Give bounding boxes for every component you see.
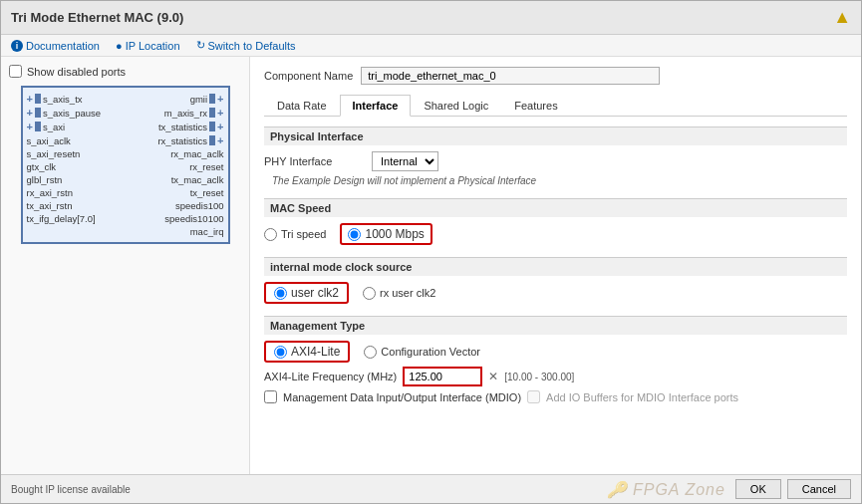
license-text: Bought IP license available bbox=[11, 484, 131, 495]
port-name: tx_ifg_delay[7.0] bbox=[27, 213, 96, 224]
io-buffer-label: Add IO Buffers for MDIO Interface ports bbox=[546, 391, 738, 403]
port-name-right: rx_statistics bbox=[157, 135, 207, 146]
info-icon: i bbox=[11, 40, 23, 52]
port-name-right: speedis100 bbox=[175, 200, 224, 211]
clock-source-title: internal mode clock source bbox=[264, 257, 847, 276]
bus-icon bbox=[209, 135, 215, 145]
port-diagram: + s_axis_tx gmii + + bbox=[21, 86, 230, 244]
port-name: s_axi_aclk bbox=[27, 135, 71, 146]
rx-user-clk2-label: rx user clk2 bbox=[380, 287, 435, 299]
right-panel: Component Name Data Rate Interface Share… bbox=[250, 57, 861, 474]
window-title: Tri Mode Ethernet MAC (9.0) bbox=[11, 10, 183, 25]
physical-interface-title: Physical Interface bbox=[264, 126, 847, 145]
axi4lite-radio[interactable] bbox=[274, 346, 287, 359]
plus-icon: + bbox=[217, 134, 223, 146]
port-name-right: tx_mac_aclk bbox=[171, 174, 224, 185]
ip-location-button[interactable]: ● IP Location bbox=[116, 40, 180, 52]
ok-button[interactable]: OK bbox=[735, 479, 781, 499]
ip-location-label: IP Location bbox=[126, 40, 180, 52]
mac-speed-title: MAC Speed bbox=[264, 198, 847, 217]
port-row: glbl_rstn tx_mac_aclk bbox=[23, 173, 228, 186]
left-panel: Show disabled ports + s_axis_tx gmii + bbox=[1, 57, 250, 474]
port-row: + s_axis_tx gmii + bbox=[23, 92, 228, 106]
port-box: + s_axis_tx gmii + + bbox=[21, 86, 230, 244]
port-name-right: tx_reset bbox=[190, 187, 224, 198]
port-row: mac_irq bbox=[23, 225, 228, 238]
phy-note: The Example Design will not implement a … bbox=[272, 175, 847, 186]
component-name-row: Component Name bbox=[264, 67, 847, 85]
port-row: gtx_clk rx_reset bbox=[23, 160, 228, 173]
vivado-icon: ▲ bbox=[833, 7, 851, 28]
freq-clear-icon[interactable]: ✕ bbox=[488, 370, 498, 383]
physical-interface-section: Physical Interface PHY Interface Interna… bbox=[264, 126, 847, 186]
port-name: gtx_clk bbox=[27, 161, 57, 172]
tab-data-rate[interactable]: Data Rate bbox=[264, 95, 340, 116]
clock-source-section: internal mode clock source user clk2 rx … bbox=[264, 257, 847, 304]
bus-icon bbox=[35, 122, 41, 131]
plus-icon: + bbox=[27, 121, 33, 132]
io-buffer-checkbox[interactable] bbox=[527, 390, 540, 403]
port-name-right: mac_irq bbox=[190, 226, 224, 237]
refresh-icon: ↻ bbox=[196, 39, 205, 52]
port-name-right: m_axis_rx bbox=[164, 108, 207, 119]
switch-defaults-button[interactable]: ↻ Switch to Defaults bbox=[196, 39, 296, 52]
freq-label: AXI4-Lite Frequency (MHz) bbox=[264, 371, 397, 382]
plus-icon: + bbox=[27, 93, 33, 105]
port-row: + s_axi tx_statistics + bbox=[23, 120, 228, 133]
config-vector-radio[interactable] bbox=[364, 346, 377, 359]
port-row: + s_axis_pause m_axis_rx + bbox=[23, 106, 228, 120]
tab-shared-logic[interactable]: Shared Logic bbox=[411, 95, 501, 116]
port-name-right: rx_mac_aclk bbox=[170, 148, 223, 159]
toolbar: i Documentation ● IP Location ↻ Switch t… bbox=[1, 35, 861, 57]
port-row: rx_axi_rstn tx_reset bbox=[23, 186, 228, 199]
title-bar: Tri Mode Ethernet MAC (9.0) ▲ bbox=[1, 1, 861, 35]
mac-speed-section: MAC Speed Tri speed 1000 Mbps bbox=[264, 198, 847, 245]
port-row: s_axi_aclk rx_statistics + bbox=[23, 133, 228, 147]
component-name-input[interactable] bbox=[361, 67, 660, 85]
port-name: s_axis_tx bbox=[43, 94, 83, 105]
component-name-label: Component Name bbox=[264, 70, 353, 82]
port-name: tx_axi_rstn bbox=[27, 200, 73, 211]
button-group: OK Cancel bbox=[735, 479, 851, 499]
port-name: rx_axi_rstn bbox=[27, 187, 73, 198]
tab-features[interactable]: Features bbox=[501, 95, 570, 116]
port-name: glbl_rstn bbox=[27, 174, 63, 185]
show-disabled-checkbox[interactable] bbox=[9, 65, 22, 78]
management-type-title: Management Type bbox=[264, 316, 847, 335]
bus-icon bbox=[209, 108, 215, 118]
axi4lite-highlight: AXI4-Lite bbox=[264, 341, 350, 363]
1000mbps-label: 1000 Mbps bbox=[365, 227, 424, 241]
mac-speed-radio-group: Tri speed 1000 Mbps bbox=[264, 223, 847, 245]
management-type-section: Management Type AXI4-Lite Configuration … bbox=[264, 316, 847, 403]
documentation-button[interactable]: i Documentation bbox=[11, 40, 100, 52]
plus-icon: + bbox=[217, 93, 223, 105]
tri-speed-radio[interactable] bbox=[264, 228, 277, 241]
cancel-button[interactable]: Cancel bbox=[787, 479, 851, 499]
user-clk2-label: user clk2 bbox=[291, 286, 339, 300]
phy-interface-row: PHY Interface Internal MII GMII RGMII SG… bbox=[264, 151, 847, 171]
1000mbps-radio[interactable] bbox=[348, 228, 361, 241]
documentation-label: Documentation bbox=[26, 40, 100, 52]
plus-icon: + bbox=[27, 107, 33, 119]
port-name-right: rx_reset bbox=[189, 161, 223, 172]
config-vector-label: Configuration Vector bbox=[381, 346, 480, 358]
port-name: s_axi bbox=[43, 122, 65, 132]
show-disabled-row: Show disabled ports bbox=[9, 65, 241, 78]
ip-icon: ● bbox=[116, 40, 123, 52]
freq-input[interactable] bbox=[403, 367, 482, 386]
bus-icon bbox=[35, 108, 41, 118]
content-area: Show disabled ports + s_axis_tx gmii + bbox=[1, 57, 861, 474]
bus-icon bbox=[209, 122, 215, 131]
switch-defaults-label: Switch to Defaults bbox=[208, 40, 296, 52]
phy-interface-select[interactable]: Internal MII GMII RGMII SGMII bbox=[372, 151, 438, 171]
user-clk2-radio[interactable] bbox=[274, 287, 287, 300]
main-window: Tri Mode Ethernet MAC (9.0) ▲ i Document… bbox=[0, 0, 862, 504]
mdio-checkbox[interactable] bbox=[264, 390, 277, 403]
port-row: s_axi_resetn rx_mac_aclk bbox=[23, 147, 228, 160]
rx-user-clk2-radio[interactable] bbox=[363, 287, 376, 300]
tab-interface[interactable]: Interface bbox=[340, 95, 412, 117]
1000mbps-highlight: 1000 Mbps bbox=[340, 223, 431, 245]
mdio-row: Management Data Input/Output Interface (… bbox=[264, 390, 847, 403]
port-row: tx_ifg_delay[7.0] speedis10100 bbox=[23, 212, 228, 225]
port-row: tx_axi_rstn speedis100 bbox=[23, 199, 228, 212]
